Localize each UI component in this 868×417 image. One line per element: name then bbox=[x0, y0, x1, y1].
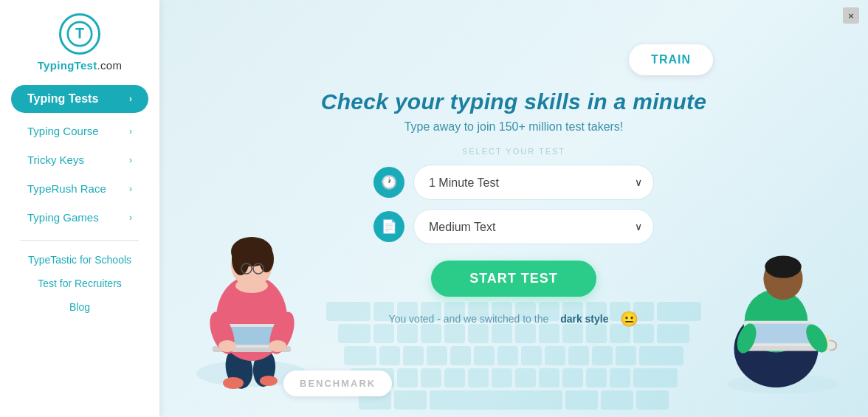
text-type-dropdown-row: 📄 Medium Text Easy Text Hard Text ∨ bbox=[373, 209, 654, 244]
sidebar-item-test-recruiters[interactable]: Test for Recruiters bbox=[11, 272, 148, 295]
select-test-label: SELECT YOUR TEST bbox=[462, 147, 565, 156]
illustration-man bbox=[713, 207, 861, 402]
main-content: × bbox=[159, 0, 868, 417]
duration-dropdown-wrapper: 1 Minute Test 2 Minute Test 3 Minute Tes… bbox=[413, 165, 654, 200]
svg-point-27 bbox=[765, 255, 801, 278]
chevron-icon: › bbox=[129, 155, 132, 165]
sidebar-item-tricky-keys[interactable]: Tricky Keys › bbox=[11, 146, 148, 173]
svg-point-5 bbox=[223, 377, 244, 389]
sidebar-item-typing-course[interactable]: Typing Course › bbox=[11, 117, 148, 145]
nav-divider bbox=[21, 240, 139, 241]
dark-style-emoji: 😐 bbox=[620, 310, 638, 328]
duration-dropdown-row: 🕐 1 Minute Test 2 Minute Test 3 Minute T… bbox=[373, 165, 654, 200]
sidebar-item-blog[interactable]: Blog bbox=[11, 295, 148, 319]
svg-point-11 bbox=[232, 243, 249, 275]
test-dropdowns: 🕐 1 Minute Test 2 Minute Test 3 Minute T… bbox=[373, 165, 654, 244]
logo-text: TypingTest.com bbox=[38, 59, 123, 72]
train-button[interactable]: TRAIN bbox=[629, 44, 713, 75]
svg-point-12 bbox=[259, 246, 274, 272]
sidebar-item-typing-tests[interactable]: Typing Tests › bbox=[11, 85, 148, 113]
chevron-icon: › bbox=[129, 94, 132, 104]
duration-select[interactable]: 1 Minute Test 2 Minute Test 3 Minute Tes… bbox=[413, 165, 654, 200]
sidebar-item-typetastic-schools[interactable]: TypeTastic for Schools bbox=[11, 248, 148, 272]
page-subheadline: Type away to join 150+ million test take… bbox=[404, 120, 624, 134]
svg-point-18 bbox=[218, 340, 236, 352]
svg-text:T: T bbox=[75, 25, 84, 41]
document-icon: 📄 bbox=[373, 211, 404, 242]
clock-icon: 🕐 bbox=[373, 167, 404, 198]
close-button[interactable]: × bbox=[843, 7, 859, 24]
start-test-button[interactable]: START TEST bbox=[431, 261, 596, 297]
sidebar-item-typerush-race[interactable]: TypeRush Race › bbox=[11, 175, 148, 202]
svg-rect-30 bbox=[747, 324, 811, 344]
text-type-dropdown-wrapper: Medium Text Easy Text Hard Text ∨ bbox=[413, 209, 654, 244]
page-headline: Check your typing skills in a minute bbox=[321, 89, 707, 114]
dark-style-note: You voted - and we switched to the dark … bbox=[389, 310, 639, 328]
logo-icon[interactable]: T bbox=[59, 13, 100, 55]
text-type-select[interactable]: Medium Text Easy Text Hard Text bbox=[413, 209, 654, 244]
chevron-icon: › bbox=[129, 184, 132, 194]
sidebar-item-typing-games[interactable]: Typing Games › bbox=[11, 204, 148, 231]
benchmark-button[interactable]: BENCHMARK bbox=[283, 371, 392, 396]
illustration-woman bbox=[182, 185, 322, 395]
chevron-icon: › bbox=[129, 213, 132, 223]
svg-point-19 bbox=[269, 340, 286, 352]
logo-area: T TypingTest.com bbox=[38, 13, 123, 72]
sidebar: T TypingTest.com Typing Tests › Typing C… bbox=[0, 0, 159, 417]
svg-point-6 bbox=[260, 376, 278, 386]
chevron-icon: › bbox=[129, 126, 132, 137]
